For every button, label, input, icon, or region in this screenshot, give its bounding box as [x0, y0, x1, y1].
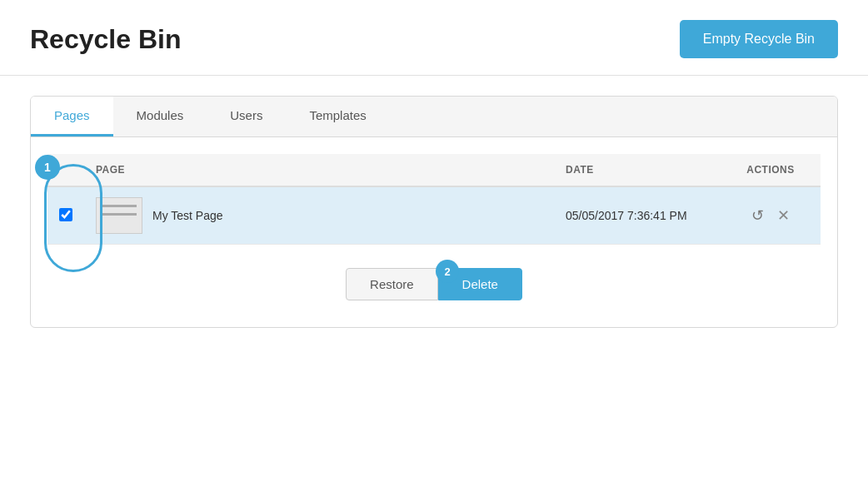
row-date-cell: 05/05/2017 7:36:41 PM [554, 186, 721, 245]
tab-bar: Pages Modules Users Templates [31, 97, 837, 137]
content-card: Pages Modules Users Templates 1 [30, 96, 838, 328]
footer-actions: Restore 2 Delete [47, 268, 821, 300]
tab-users[interactable]: Users [207, 97, 286, 136]
row-checkbox[interactable] [59, 208, 72, 221]
restore-button[interactable]: Restore [346, 268, 438, 300]
tab-modules[interactable]: Modules [113, 97, 207, 136]
row-checkbox-cell [47, 186, 84, 245]
table-row: My Test Page 05/05/2017 7:36:41 PM ↺ ✕ [47, 186, 821, 245]
page-thumbnail [96, 197, 142, 234]
col-header-checkbox [47, 154, 84, 186]
restore-row-button[interactable]: ↺ [746, 203, 769, 228]
page-title: Recycle Bin [30, 24, 181, 55]
row-page-cell: My Test Page [84, 186, 554, 245]
tab-pages[interactable]: Pages [31, 97, 113, 136]
empty-recycle-bin-button[interactable]: Empty Recycle Bin [680, 20, 838, 58]
page-name-cell: My Test Page [96, 197, 542, 234]
delete-row-button[interactable]: ✕ [772, 203, 795, 228]
pages-table: PAGE DATE ACTIONS [47, 154, 821, 245]
callout-badge-2: 2 [436, 260, 459, 283]
tab-templates[interactable]: Templates [286, 97, 389, 136]
col-header-actions: ACTIONS [721, 154, 821, 186]
page-name: My Test Page [152, 209, 223, 222]
row-actions-cell: ↺ ✕ [721, 186, 821, 245]
table-wrapper: 1 PAGE DATE [47, 154, 821, 245]
col-header-date: DATE [554, 154, 721, 186]
col-header-page: PAGE [84, 154, 554, 186]
main-content: Pages Modules Users Templates 1 [0, 76, 868, 348]
tab-content-pages: 1 PAGE DATE [31, 137, 837, 327]
table-header-row: PAGE DATE ACTIONS [47, 154, 821, 186]
page-header: Recycle Bin Empty Recycle Bin [0, 0, 868, 76]
